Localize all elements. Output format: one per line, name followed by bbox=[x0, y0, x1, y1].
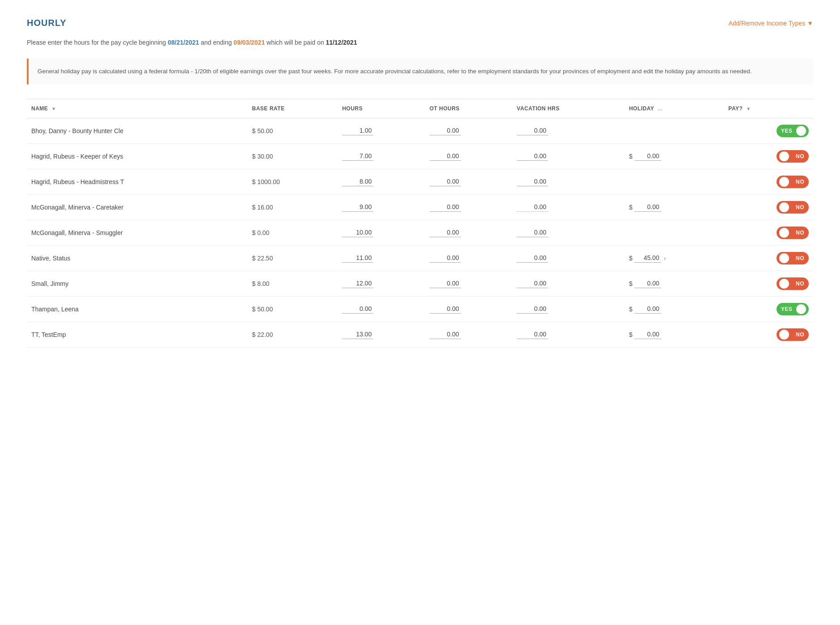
holiday-expand-icon[interactable]: › bbox=[664, 255, 666, 262]
holiday-amount-input[interactable] bbox=[634, 279, 661, 288]
vacation-hrs-input[interactable] bbox=[517, 253, 548, 263]
vacation-hrs-input[interactable] bbox=[517, 304, 548, 314]
pay-toggle-button[interactable]: NO bbox=[777, 328, 809, 341]
col-base-rate: BASE RATE bbox=[248, 99, 338, 118]
toggle-circle-icon bbox=[779, 330, 789, 340]
ot-hours-cell bbox=[425, 143, 512, 169]
col-vacation-hrs: VACATION HRS bbox=[512, 99, 625, 118]
base-rate: $ 50.00 bbox=[248, 118, 338, 143]
employee-name: Hagrid, Rubeus - Keeper of Keys bbox=[27, 143, 248, 169]
table-row: Native, Status$ 22.50$›NO bbox=[27, 245, 813, 271]
holiday-cell: $ bbox=[625, 271, 724, 296]
employee-name: Small, Jimmy bbox=[27, 271, 248, 296]
base-rate: $ 16.00 bbox=[248, 194, 338, 220]
holiday-dollar-sign: $ bbox=[629, 255, 633, 262]
vacation-hrs-input[interactable] bbox=[517, 202, 548, 212]
hours-input[interactable] bbox=[342, 330, 373, 339]
ot-hours-cell bbox=[425, 296, 512, 322]
pay-toggle-label: NO bbox=[796, 179, 804, 185]
ot-hours-input[interactable] bbox=[430, 330, 461, 339]
pay-toggle-button[interactable]: YES bbox=[777, 125, 809, 137]
pay-toggle-label: NO bbox=[796, 204, 804, 210]
pay-toggle-label: NO bbox=[796, 230, 804, 236]
employee-name: Bhoy, Danny - Bounty Hunter Cle bbox=[27, 118, 248, 143]
hours-input[interactable] bbox=[342, 228, 373, 237]
ot-hours-input[interactable] bbox=[430, 177, 461, 186]
pay-toggle-cell: NO bbox=[724, 271, 813, 296]
vacation-hrs-input[interactable] bbox=[517, 330, 548, 339]
pay-toggle-label: YES bbox=[781, 128, 793, 134]
pay-toggle-label: NO bbox=[796, 255, 804, 261]
name-sort-icon[interactable]: ▼ bbox=[51, 106, 56, 111]
ot-hours-input[interactable] bbox=[430, 202, 461, 212]
vacation-hrs-cell bbox=[512, 118, 625, 143]
base-rate: $ 22.00 bbox=[248, 322, 338, 347]
vacation-hrs-input[interactable] bbox=[517, 279, 548, 288]
pay-toggle-button[interactable]: NO bbox=[777, 277, 809, 290]
ot-hours-cell bbox=[425, 245, 512, 271]
holiday-amount-input[interactable] bbox=[634, 304, 661, 314]
pay-toggle-button[interactable]: NO bbox=[777, 150, 809, 163]
pay-toggle-button[interactable]: NO bbox=[777, 227, 809, 239]
hours-input[interactable] bbox=[342, 279, 373, 288]
vacation-hrs-input[interactable] bbox=[517, 126, 548, 135]
hours-cell bbox=[338, 220, 425, 245]
holiday-amount-input[interactable] bbox=[634, 202, 661, 212]
pay-toggle-cell: NO bbox=[724, 322, 813, 347]
holiday-more-icon[interactable]: ... bbox=[658, 106, 663, 111]
vacation-hrs-input[interactable] bbox=[517, 151, 548, 161]
col-ot-hours: OT HOURS bbox=[425, 99, 512, 118]
holiday-amount-input[interactable] bbox=[634, 151, 661, 161]
holiday-amount-input[interactable] bbox=[634, 330, 661, 339]
add-remove-income-types-button[interactable]: Add/Remove Income Types ▼ bbox=[728, 20, 813, 27]
ot-hours-cell bbox=[425, 271, 512, 296]
holiday-cell bbox=[625, 118, 724, 143]
vacation-hrs-cell bbox=[512, 245, 625, 271]
hours-input[interactable] bbox=[342, 202, 373, 212]
ot-hours-cell bbox=[425, 220, 512, 245]
ot-hours-input[interactable] bbox=[430, 126, 461, 135]
holiday-cell: $› bbox=[625, 245, 724, 271]
ot-hours-input[interactable] bbox=[430, 253, 461, 263]
vacation-hrs-cell bbox=[512, 143, 625, 169]
holiday-cell bbox=[625, 169, 724, 194]
table-row: Thampan, Leena$ 50.00$YES bbox=[27, 296, 813, 322]
end-date: 09/03/2021 bbox=[233, 39, 265, 46]
vacation-hrs-input[interactable] bbox=[517, 228, 548, 237]
employee-name: McGonagall, Minerva - Smuggler bbox=[27, 220, 248, 245]
ot-hours-input[interactable] bbox=[430, 228, 461, 237]
hours-input[interactable] bbox=[342, 253, 373, 263]
toggle-circle-icon bbox=[779, 177, 789, 187]
hours-input[interactable] bbox=[342, 151, 373, 161]
base-rate: $ 1000.00 bbox=[248, 169, 338, 194]
hours-input[interactable] bbox=[342, 304, 373, 314]
page-header: HOURLY Add/Remove Income Types ▼ bbox=[27, 18, 813, 28]
ot-hours-input[interactable] bbox=[430, 304, 461, 314]
pay-toggle-label: NO bbox=[796, 331, 804, 338]
hours-cell bbox=[338, 245, 425, 271]
ot-hours-cell bbox=[425, 169, 512, 194]
holiday-amount-input[interactable] bbox=[634, 253, 661, 263]
table-row: TT, TestEmp$ 22.00$NO bbox=[27, 322, 813, 347]
pay-toggle-button[interactable]: YES bbox=[777, 303, 809, 315]
pay-toggle-button[interactable]: NO bbox=[777, 201, 809, 214]
hours-input[interactable] bbox=[342, 177, 373, 186]
pay-toggle-button[interactable]: NO bbox=[777, 252, 809, 264]
toggle-circle-icon bbox=[779, 253, 789, 263]
hours-cell bbox=[338, 143, 425, 169]
vacation-hrs-input[interactable] bbox=[517, 177, 548, 186]
col-hours: HOURS bbox=[338, 99, 425, 118]
pay-toggle-label: NO bbox=[796, 281, 804, 287]
pay-sort-icon[interactable]: ▼ bbox=[746, 106, 751, 111]
ot-hours-input[interactable] bbox=[430, 151, 461, 161]
employee-name: Hagrid, Rubeus - Headmistress T bbox=[27, 169, 248, 194]
pay-toggle-cell: NO bbox=[724, 169, 813, 194]
toggle-circle-icon bbox=[796, 126, 806, 136]
notice-box: General holiday pay is calculated using … bbox=[27, 59, 813, 84]
pay-toggle-button[interactable]: NO bbox=[777, 176, 809, 188]
table-row: Hagrid, Rubeus - Headmistress T$ 1000.00… bbox=[27, 169, 813, 194]
vacation-hrs-cell bbox=[512, 271, 625, 296]
ot-hours-input[interactable] bbox=[430, 279, 461, 288]
hours-input[interactable] bbox=[342, 126, 373, 135]
base-rate: $ 0.00 bbox=[248, 220, 338, 245]
